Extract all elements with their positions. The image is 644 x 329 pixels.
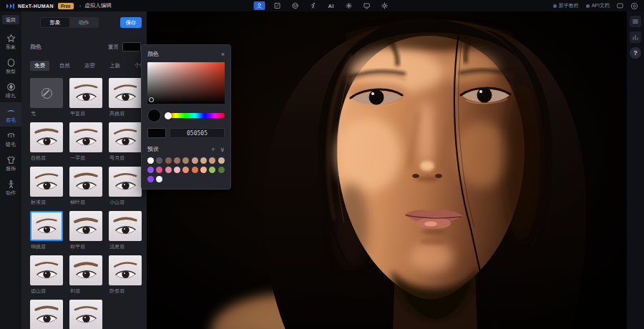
sidebar-item-brow[interactable]: 眉毛 (0, 102, 21, 127)
sidebar-item-lash[interactable]: 睫毛 (0, 127, 21, 151)
brow-thumb-art (69, 211, 102, 241)
style-option[interactable]: 高挑眉 (109, 78, 142, 118)
close-icon[interactable]: × (221, 51, 225, 57)
preset-color[interactable] (147, 167, 154, 173)
brow-thumb-art (109, 255, 142, 285)
preset-color[interactable] (200, 167, 207, 173)
style-option[interactable]: 平直眉 (69, 78, 102, 118)
preset-color[interactable] (200, 157, 207, 164)
tab-motion[interactable]: 动作 (69, 18, 98, 27)
brow-thumb-art (109, 78, 142, 108)
screen-icon[interactable] (361, 1, 373, 10)
edit-icon[interactable] (272, 1, 283, 10)
sidebar-item-pose[interactable]: 动作 (0, 175, 21, 200)
canvas-toolbar: ? (627, 11, 644, 329)
style-option[interactable]: 流星眉 (109, 211, 142, 251)
saturation-area[interactable] (147, 62, 225, 104)
save-button[interactable]: 保存 (120, 17, 142, 28)
add-preset-icon[interactable]: + (211, 147, 215, 152)
style-option[interactable]: 粗平眉 (69, 211, 102, 251)
style-label: 柳叶眉 (69, 197, 102, 207)
motion-icon[interactable] (308, 1, 319, 10)
style-option[interactable]: 一字眉 (69, 122, 102, 162)
category-chip[interactable]: 浓密 (80, 61, 99, 71)
category-chip[interactable]: 免费 (30, 61, 49, 71)
style-label: 细挑眉 (30, 241, 63, 251)
preset-color[interactable] (165, 157, 172, 164)
brow-thumb-art (30, 300, 63, 329)
preset-color[interactable] (156, 176, 162, 182)
hex-swatch (147, 128, 166, 138)
screenshot-icon[interactable] (630, 2, 638, 10)
preset-color[interactable] (147, 176, 154, 182)
preset-color[interactable] (192, 167, 198, 173)
brow-thumb-art (109, 122, 142, 152)
bullet-icon (553, 4, 557, 8)
presets-label: 预设 (147, 145, 159, 153)
style-option[interactable]: 细挑眉 (30, 211, 63, 251)
breadcrumb: 虚拟人编辑 (84, 2, 112, 9)
preset-color[interactable] (174, 167, 180, 173)
style-option[interactable]: 剑眉 (69, 255, 102, 295)
category-chip[interactable]: 自然 (55, 61, 74, 71)
style-option[interactable]: 柳叶眉 (69, 167, 102, 207)
preset-color[interactable] (218, 167, 225, 173)
sidebar-item-clothes[interactable]: 服饰 (0, 151, 21, 175)
list-icon[interactable] (630, 16, 641, 27)
style-option[interactable]: 标准眉 (30, 167, 63, 207)
style-option[interactable]: 小山眉 (109, 167, 142, 207)
preset-color[interactable] (174, 157, 180, 164)
style-option[interactable]: 卧蚕眉 (109, 255, 142, 295)
preset-swatches (147, 157, 225, 182)
emotion-icon[interactable] (290, 1, 301, 10)
preset-color[interactable] (192, 157, 198, 164)
effects-icon[interactable] (343, 1, 355, 10)
color-swatch[interactable] (122, 42, 141, 51)
preset-color[interactable] (218, 157, 225, 164)
back-button[interactable]: 返回 (2, 15, 19, 24)
preset-color[interactable] (209, 157, 215, 164)
hue-slider[interactable] (165, 113, 225, 118)
hue-handle[interactable] (165, 112, 172, 119)
style-label: 弯月眉 (109, 152, 142, 162)
prohibit-icon (42, 88, 52, 99)
sidebar-item-label: 动作 (6, 190, 16, 196)
style-option[interactable]: 远山眉 (30, 255, 63, 295)
style-label: 剑眉 (69, 285, 102, 295)
tab-appearance[interactable]: 形象 (41, 18, 69, 27)
brow-thumb-art (109, 167, 142, 197)
face-icon (6, 58, 16, 67)
topbar-link[interactable]: API文档 (586, 2, 610, 9)
sidebar-item-faceshape[interactable]: 脸型 (0, 54, 21, 78)
preset-color[interactable] (165, 167, 172, 173)
stats-icon[interactable] (630, 31, 641, 43)
sidebar-item-pupil[interactable]: 瞳孔 (0, 78, 21, 102)
color-label: 颜色 (30, 43, 42, 51)
hex-input[interactable] (170, 128, 225, 138)
reset-button[interactable]: 重置 (108, 44, 119, 51)
sv-cursor[interactable] (149, 97, 154, 102)
preset-color[interactable] (182, 157, 189, 164)
preset-color[interactable] (209, 167, 215, 173)
preset-color[interactable] (156, 157, 162, 164)
topbar-link[interactable]: 新手教程 (553, 2, 579, 9)
feedback-icon[interactable] (616, 2, 624, 9)
sidebar-item-preset[interactable]: 形象 (0, 29, 21, 54)
logo-text: NExT-HUMAN (18, 4, 54, 9)
help-icon[interactable]: ? (630, 47, 641, 59)
collapse-icon[interactable]: ∨ (220, 147, 225, 152)
preset-color[interactable] (156, 167, 162, 173)
style-option-none[interactable]: 无 (30, 78, 63, 118)
brow-thumb-art (69, 78, 102, 108)
ai-button[interactable]: AI (326, 1, 337, 10)
settings-icon[interactable] (379, 1, 391, 10)
style-option[interactable]: 惊鸿眉 (69, 300, 102, 329)
style-option[interactable]: 新月眉 (30, 300, 63, 329)
preset-color[interactable] (182, 167, 189, 173)
style-option[interactable]: 自然眉 (30, 122, 63, 162)
avatar-icon[interactable] (254, 1, 265, 10)
category-chip[interactable]: 上扬 (105, 61, 125, 71)
preset-color[interactable] (147, 157, 154, 164)
sidebar: 返回 形象脸型瞳孔眉毛睫毛服饰动作 (0, 11, 21, 329)
style-option[interactable]: 弯月眉 (109, 122, 142, 162)
